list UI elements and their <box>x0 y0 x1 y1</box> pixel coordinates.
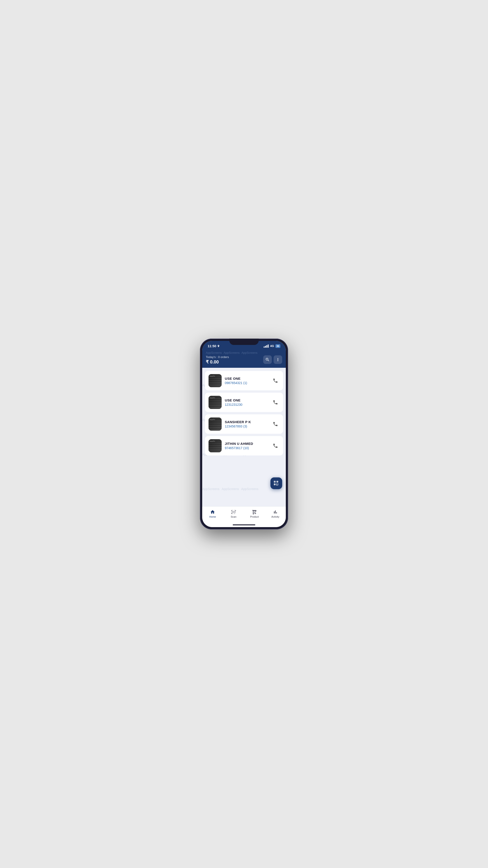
customer-phone: 1231231230 <box>225 403 268 406</box>
home-icon <box>210 509 215 515</box>
customer-info: JITHIN U AHMED 9746573617 (10) <box>225 442 268 450</box>
phone-icon <box>273 400 278 405</box>
content-area: AppScreens AppScreens AppScreens AppScre… <box>202 368 286 506</box>
nav-item-home[interactable]: Home <box>202 508 223 519</box>
table-row[interactable]: AppSc USE ONE 0987654321 (1) <box>205 371 283 391</box>
svg-rect-0 <box>253 510 254 510</box>
customer-name: JITHIN U AHMED <box>225 442 268 445</box>
header-actions <box>263 355 282 364</box>
svg-rect-4 <box>254 511 255 511</box>
table-row[interactable]: AppSc JITHIN U AHMED 9746573617 (10) <box>205 436 283 456</box>
network-label: 4G <box>270 344 274 348</box>
search-button[interactable] <box>263 355 272 364</box>
product-icon <box>252 509 257 515</box>
nav-label-home: Home <box>209 515 216 518</box>
svg-rect-6 <box>255 510 256 510</box>
header-watermark: AppScreens AppScreens AppScreens <box>206 351 282 354</box>
activity-icon <box>273 509 278 515</box>
header-info: Today's : 0 orders ₹ 0.00 <box>206 355 229 365</box>
home-bar <box>233 524 255 525</box>
svg-rect-3 <box>254 510 255 510</box>
scan-icon <box>231 509 236 515</box>
call-button[interactable] <box>271 377 280 385</box>
qr-scan-fab-button[interactable] <box>270 477 282 489</box>
customer-phone: 0987654321 (1) <box>225 381 268 385</box>
phone-icon <box>273 443 278 448</box>
customer-phone: 1234567893 (3) <box>225 425 268 428</box>
todays-label: Today's : 0 orders <box>206 355 229 359</box>
nav-label-product: Product <box>250 515 259 518</box>
phone-notch <box>229 339 259 345</box>
app-header: AppScreens AppScreens AppScreens Today's… <box>202 349 286 368</box>
battery-badge: 36 <box>275 344 281 348</box>
customer-name: USE ONE <box>225 377 268 380</box>
fab-container <box>270 477 282 489</box>
avatar: AppSc <box>208 396 222 409</box>
phone-icon <box>273 378 278 383</box>
call-button[interactable] <box>271 420 280 428</box>
signal-bar-2 <box>265 346 266 348</box>
signal-bar-1 <box>264 346 265 348</box>
customer-list: AppSc USE ONE 0987654321 (1) AppSc <box>205 371 283 456</box>
nav-label-scan: Scan <box>231 515 236 518</box>
more-vertical-icon <box>275 358 280 362</box>
more-options-button[interactable] <box>273 355 282 364</box>
call-button[interactable] <box>271 398 280 406</box>
signal-bar-4 <box>268 344 269 348</box>
header-content: Today's : 0 orders ₹ 0.00 <box>206 355 282 365</box>
phone-icon <box>273 421 278 427</box>
customer-name: SANSHEER P K <box>225 420 268 424</box>
nav-item-product[interactable]: Product <box>244 508 265 519</box>
total-amount: ₹ 0.00 <box>206 359 229 365</box>
signal-bars <box>264 344 269 348</box>
nav-item-scan[interactable]: Scan <box>223 508 244 519</box>
nav-item-activity[interactable]: Activity <box>265 508 286 519</box>
phone-device: 11:50 4G 36 AppScreens AppScreens AppScr… <box>200 339 288 529</box>
customer-info: SANSHEER P K 1234567893 (3) <box>225 420 268 428</box>
status-right: 4G 36 <box>264 344 281 348</box>
svg-rect-7 <box>255 511 256 511</box>
signal-bar-3 <box>266 345 267 348</box>
svg-rect-1 <box>253 511 254 511</box>
call-button[interactable] <box>271 442 280 450</box>
location-icon <box>217 345 220 347</box>
qr-code-icon <box>273 480 280 487</box>
phone-screen: 11:50 4G 36 AppScreens AppScreens AppScr… <box>202 341 286 527</box>
status-time: 11:50 <box>207 344 220 348</box>
customer-info: USE ONE 0987654321 (1) <box>225 377 268 385</box>
customer-phone: 9746573617 (10) <box>225 446 268 450</box>
avatar: AppSc <box>208 439 222 452</box>
avatar: AppSc <box>208 374 222 387</box>
customer-name: USE ONE <box>225 398 268 402</box>
table-row[interactable]: AppSc USE ONE 1231231230 <box>205 393 283 412</box>
avatar: AppSc <box>208 417 222 431</box>
bottom-nav: Home Scan <box>202 506 286 523</box>
search-icon <box>265 358 270 362</box>
home-indicator <box>202 523 286 527</box>
customer-info: USE ONE 1231231230 <box>225 398 268 406</box>
table-row[interactable]: AppSc SANSHEER P K 1234567893 (3) <box>205 414 283 434</box>
nav-label-activity: Activity <box>271 515 279 518</box>
